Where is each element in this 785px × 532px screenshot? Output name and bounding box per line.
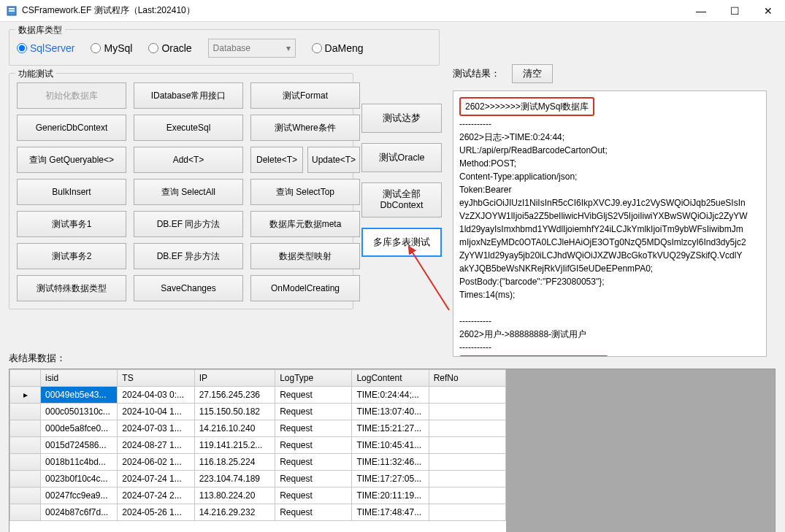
radio-dameng[interactable]: DaMeng bbox=[312, 42, 364, 54]
cell-logcontent[interactable]: TIME:0:24:44;... bbox=[352, 387, 429, 404]
onmodelcreating-button[interactable]: OnModelCreating bbox=[250, 275, 360, 301]
table-row[interactable]: 0024b87c6f7d...2024-05-26 1...14.216.29.… bbox=[10, 504, 506, 521]
test-all-dbcontext-button[interactable]: 测试全部 DbContext bbox=[361, 182, 442, 217]
col-logcontent[interactable]: LogContent bbox=[352, 370, 429, 387]
col-isid[interactable]: isid bbox=[41, 370, 118, 387]
test-tx1-button[interactable]: 测试事务1 bbox=[17, 211, 126, 237]
radio-mysql[interactable]: MySql bbox=[91, 42, 132, 54]
cell-isid[interactable]: 0024b87c6f7d... bbox=[41, 504, 118, 521]
test-format-button[interactable]: 测试Format bbox=[250, 82, 360, 109]
cell-logcontent[interactable]: TIME:11:32:46... bbox=[352, 454, 429, 471]
maximize-button[interactable]: ☐ bbox=[718, 0, 751, 22]
bulkinsert-button[interactable]: BulkInsert bbox=[17, 179, 126, 205]
cell-isid[interactable]: 0023b0f10c4c... bbox=[41, 471, 118, 487]
cell-ts[interactable]: 2024-10-04 1... bbox=[118, 404, 194, 420]
delete-t-button[interactable]: Delete<T> bbox=[250, 147, 303, 173]
ef-async-button[interactable]: DB.EF 异步方法 bbox=[134, 243, 243, 269]
minimize-button[interactable]: — bbox=[684, 0, 718, 22]
test-dameng-button[interactable]: 测试达梦 bbox=[361, 104, 442, 133]
database-combo[interactable]: Database ▾ bbox=[208, 39, 296, 58]
update-t-button[interactable]: Update<T> bbox=[307, 147, 360, 173]
table-row[interactable]: 0018b11c4bd...2024-06-02 1...116.18.25.2… bbox=[10, 454, 506, 471]
table-row[interactable]: 000c0501310c...2024-10-04 1...115.150.50… bbox=[10, 404, 506, 420]
col-ip[interactable]: IP bbox=[194, 370, 275, 387]
savechanges-button[interactable]: SaveChanges bbox=[134, 275, 243, 301]
radio-oracle-input[interactable] bbox=[148, 43, 158, 53]
radio-oracle[interactable]: Oracle bbox=[148, 42, 191, 54]
cell-ip[interactable]: 113.80.224.20 bbox=[194, 487, 275, 504]
cell-ip[interactable]: 14.216.29.232 bbox=[194, 504, 275, 521]
radio-mysql-input[interactable] bbox=[91, 43, 101, 53]
cell-ts[interactable]: 2024-06-02 1... bbox=[118, 454, 194, 471]
multi-db-multi-table-button[interactable]: 多库多表测试 bbox=[361, 228, 442, 257]
cell-isid[interactable]: 0015d724586... bbox=[41, 437, 118, 454]
col-ts[interactable]: TS bbox=[118, 370, 194, 387]
executesql-button[interactable]: ExecuteSql bbox=[134, 115, 243, 141]
cell-ts[interactable]: 2024-05-26 1... bbox=[118, 504, 194, 521]
cell-logcontent[interactable]: TIME:15:21:27... bbox=[352, 420, 429, 437]
cell-logcontent[interactable]: TIME:17:48:47... bbox=[352, 504, 429, 521]
cell-logtype[interactable]: Request bbox=[275, 487, 352, 504]
table-row[interactable]: 00247fcc9ea9...2024-07-24 2...113.80.224… bbox=[10, 487, 506, 504]
cell-isid[interactable]: 000de5a8fce0... bbox=[41, 420, 118, 437]
idatabase-button[interactable]: IDatabase常用接口 bbox=[134, 82, 243, 109]
selectall-button[interactable]: 查询 SelectAll bbox=[134, 179, 243, 205]
cell-isid[interactable]: 0018b11c4bd... bbox=[41, 454, 118, 471]
cell-ip[interactable]: 116.18.25.224 bbox=[194, 454, 275, 471]
cell-logtype[interactable]: Request bbox=[275, 420, 352, 437]
table-row[interactable]: 0023b0f10c4c...2024-07-24 1...223.104.74… bbox=[10, 471, 506, 487]
cell-logcontent[interactable]: TIME:20:11:19... bbox=[352, 487, 429, 504]
test-oracle-button[interactable]: 测试Oracle bbox=[361, 143, 442, 172]
cell-isid[interactable]: 00049eb5e43... bbox=[41, 387, 118, 404]
col-logtype[interactable]: LogType bbox=[275, 370, 352, 387]
col-refno[interactable]: RefNo bbox=[429, 370, 505, 387]
close-button[interactable]: ✕ bbox=[751, 0, 785, 22]
clear-button[interactable]: 清空 bbox=[512, 64, 553, 83]
cell-refno[interactable] bbox=[429, 504, 505, 521]
radio-sqlserver[interactable]: SqlServer bbox=[17, 42, 74, 54]
cell-refno[interactable] bbox=[429, 404, 505, 420]
cell-ts[interactable]: 2024-07-03 1... bbox=[118, 420, 194, 437]
add-t-button[interactable]: Add<T> bbox=[134, 147, 243, 173]
cell-ts[interactable]: 2024-08-27 1... bbox=[118, 437, 194, 454]
cell-logcontent[interactable]: TIME:10:45:41... bbox=[352, 437, 429, 454]
type-mapping-button[interactable]: 数据类型映射 bbox=[250, 243, 360, 269]
cell-logtype[interactable]: Request bbox=[275, 471, 352, 487]
cell-ts[interactable]: 2024-04-03 0:... bbox=[118, 387, 194, 404]
cell-ip[interactable]: 14.216.10.240 bbox=[194, 420, 275, 437]
selecttop-button[interactable]: 查询 SelectTop bbox=[250, 179, 360, 205]
result-grid[interactable]: isid TS IP LogType LogContent RefNo ▸000… bbox=[9, 369, 776, 532]
test-tx2-button[interactable]: 测试事务2 bbox=[17, 243, 126, 269]
cell-refno[interactable] bbox=[429, 420, 505, 437]
getqueryable-button[interactable]: 查询 GetQueryable<> bbox=[17, 147, 126, 173]
radio-dameng-input[interactable] bbox=[312, 43, 322, 53]
cell-logcontent[interactable]: TIME:13:07:40... bbox=[352, 404, 429, 420]
cell-ts[interactable]: 2024-07-24 1... bbox=[118, 471, 194, 487]
cell-logtype[interactable]: Request bbox=[275, 437, 352, 454]
cell-refno[interactable] bbox=[429, 437, 505, 454]
cell-refno[interactable] bbox=[429, 471, 505, 487]
cell-isid[interactable]: 000c0501310c... bbox=[41, 404, 118, 420]
cell-ip[interactable]: 119.141.215.2... bbox=[194, 437, 275, 454]
table-row[interactable]: 000de5a8fce0...2024-07-03 1...14.216.10.… bbox=[10, 420, 506, 437]
log-output[interactable]: 2602>>>>>>>测试MySql数据库 ----------- 2602>日… bbox=[453, 90, 767, 357]
cell-ip[interactable]: 27.156.245.236 bbox=[194, 387, 275, 404]
table-row[interactable]: ▸00049eb5e43...2024-04-03 0:...27.156.24… bbox=[10, 387, 506, 404]
cell-ip[interactable]: 223.104.74.189 bbox=[194, 471, 275, 487]
cell-refno[interactable] bbox=[429, 387, 505, 404]
cell-isid[interactable]: 00247fcc9ea9... bbox=[41, 487, 118, 504]
cell-ip[interactable]: 115.150.50.182 bbox=[194, 404, 275, 420]
ef-sync-button[interactable]: DB.EF 同步方法 bbox=[134, 211, 243, 237]
cell-logtype[interactable]: Request bbox=[275, 387, 352, 404]
cell-logtype[interactable]: Request bbox=[275, 504, 352, 521]
cell-logtype[interactable]: Request bbox=[275, 454, 352, 471]
radio-sqlserver-input[interactable] bbox=[17, 43, 27, 53]
cell-logcontent[interactable]: TIME:17:27:05... bbox=[352, 471, 429, 487]
cell-ts[interactable]: 2024-07-24 2... bbox=[118, 487, 194, 504]
table-row[interactable]: 0015d724586...2024-08-27 1...119.141.215… bbox=[10, 437, 506, 454]
db-meta-button[interactable]: 数据库元数据meta bbox=[250, 211, 360, 237]
genericdbcontext-button[interactable]: GenericDbContext bbox=[17, 115, 126, 141]
cell-refno[interactable] bbox=[429, 454, 505, 471]
cell-logtype[interactable]: Request bbox=[275, 404, 352, 420]
test-where-button[interactable]: 测试Where条件 bbox=[250, 115, 360, 141]
